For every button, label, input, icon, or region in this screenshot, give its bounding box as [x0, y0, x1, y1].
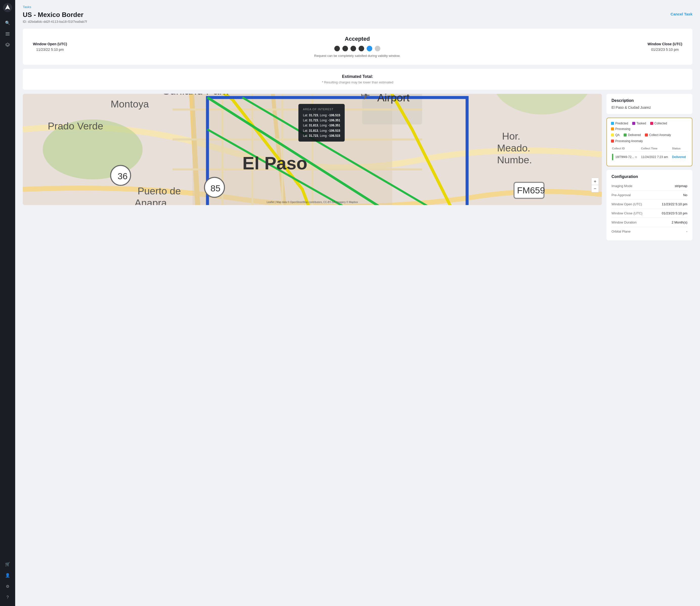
- config-card: Configuration Imaging Mode stripmap Pre-…: [606, 170, 693, 240]
- legend-label-collected: Collected: [654, 122, 667, 125]
- legend-qa: QA: [611, 133, 619, 137]
- status-card: Window Open (UTC) 11/23/22 5:10 pm Accep…: [23, 28, 693, 65]
- sidebar-bottom: 🛒 👤 ⚙ ?: [3, 558, 12, 603]
- config-key-window-duration: Window Duration: [611, 220, 636, 224]
- collect-bar: [612, 154, 613, 160]
- col-header-collect-id: Collect ID: [611, 145, 640, 152]
- sidebar-item-help[interactable]: ?: [3, 593, 12, 602]
- svg-rect-1: [5, 32, 9, 33]
- config-section-title: Configuration: [611, 174, 687, 179]
- config-key-pre-approval: Pre-Approval: [611, 193, 631, 197]
- legend-tasked: Tasked: [632, 122, 646, 125]
- task-id: ID: d2bda6dc-dd2f-4113-ba18-f31f7ea9ab7f: [23, 20, 87, 24]
- aoi-coord-5: Lat: 31.723, Long: -106.515: [303, 133, 340, 138]
- svg-text:85: 85: [210, 183, 221, 193]
- config-row-orbital-plane: Orbital Plane -: [611, 227, 687, 236]
- sidebar-item-search[interactable]: 🔍: [3, 18, 12, 27]
- legend-dot-collect-anomaly: [645, 134, 648, 137]
- window-open-value: 11/23/22 5:10 pm: [33, 48, 67, 52]
- status-link[interactable]: Delivered: [672, 155, 686, 159]
- window-open-block: Window Open (UTC) 11/23/22 5:10 pm: [33, 42, 67, 52]
- collect-id-text: 16f79f49-72...: [615, 155, 634, 159]
- config-key-imaging-mode: Imaging Mode: [611, 184, 632, 188]
- sidebar-item-tasks-list[interactable]: [3, 29, 12, 39]
- sidebar-item-settings[interactable]: ⚙: [3, 582, 12, 591]
- legend-row-3: Processing Anomaly: [611, 139, 688, 143]
- svg-rect-3: [5, 35, 9, 36]
- logo: [3, 3, 12, 12]
- title-block: US - Mexico Border ID: d2bda6dc-dd2f-411…: [23, 11, 87, 24]
- sidebar-item-layers[interactable]: [3, 41, 12, 50]
- config-key-window-open: Window Open (UTC): [611, 202, 642, 206]
- zoom-in-button[interactable]: +: [591, 178, 599, 185]
- map-container[interactable]: El Paso Ciudad Juarez Sunland Park Schum…: [23, 94, 602, 205]
- sidebar-item-user[interactable]: 👤: [3, 570, 12, 580]
- dot-6: [375, 46, 380, 51]
- legend-dot-processing-anomaly: [611, 140, 614, 143]
- config-val-orbital-plane: -: [686, 230, 687, 233]
- sidebar-item-cart[interactable]: 🛒: [3, 559, 12, 568]
- legend-label-collect-anomaly: Collect Anomaly: [649, 133, 671, 137]
- aoi-coord-3: Lat: 31.813, Long: -106.351: [303, 123, 340, 128]
- svg-text:El Paso: El Paso: [243, 153, 308, 173]
- copy-icon[interactable]: ⧉: [635, 156, 637, 159]
- collect-id-cell: 16f79f49-72... ⧉: [611, 152, 640, 163]
- estimate-card: Estimated Total: * Resulting charges may…: [23, 69, 693, 90]
- collect-table: Collect ID Collect Time Status 16f79f49-…: [611, 145, 688, 162]
- config-val-pre-approval: No: [683, 193, 687, 197]
- legend-dot-predicted: [611, 122, 614, 125]
- legend-dot-delivered: [624, 134, 627, 137]
- dot-2: [342, 46, 348, 51]
- estimate-title: Estimated Total:: [33, 74, 682, 79]
- page-header: US - Mexico Border ID: d2bda6dc-dd2f-411…: [23, 11, 693, 24]
- config-key-window-close: Window Close (UTC): [611, 211, 642, 215]
- svg-rect-2: [5, 33, 9, 34]
- window-close-value: 01/23/23 5:10 pm: [648, 48, 682, 52]
- svg-text:Sunland Park: Sunland Park: [163, 94, 229, 97]
- svg-text:✈: ✈: [360, 94, 370, 102]
- config-val-window-open: 11/23/22 5:10 pm: [662, 202, 687, 206]
- legend-label-predicted: Predicted: [615, 122, 628, 125]
- svg-text:Numbe.: Numbe.: [497, 154, 532, 165]
- svg-text:Airport: Airport: [377, 94, 410, 104]
- estimate-note: * Resulting charges may be lower than es…: [33, 80, 682, 84]
- description-text: El Paso & Ciudad Juarez: [611, 106, 687, 110]
- legend-label-tasked: Tasked: [636, 122, 646, 125]
- svg-text:36: 36: [118, 171, 128, 181]
- legend-row: Predicted Tasked Collected Processing: [611, 122, 688, 131]
- legend-dot-qa: [611, 134, 614, 137]
- map-attribution: Leaflet | Map data © OpenStreetMap contr…: [23, 201, 602, 204]
- legend-dot-processing: [611, 127, 614, 131]
- status-description: Request can be completely satisfied duri…: [67, 54, 648, 57]
- page-title: US - Mexico Border: [23, 11, 87, 19]
- status-title: Accepted: [67, 36, 648, 42]
- legend-label-processing: Processing: [615, 127, 630, 131]
- svg-marker-4: [5, 43, 9, 46]
- legend-dot-collected: [650, 122, 653, 125]
- breadcrumb[interactable]: Tasks: [23, 5, 693, 9]
- aoi-popup: AREA OF INTEREST Lat: 31.723, Long: -106…: [298, 104, 345, 142]
- col-header-collect-time: Collect Time: [640, 145, 671, 152]
- main-content: Tasks US - Mexico Border ID: d2bda6dc-dd…: [15, 0, 700, 606]
- config-row-imaging-mode: Imaging Mode stripmap: [611, 182, 687, 191]
- config-val-window-close: 01/23/23 5:10 pm: [662, 211, 687, 215]
- svg-text:Montoya: Montoya: [111, 98, 149, 110]
- aoi-coord-2: Lat: 31.723, Long: -106.351: [303, 118, 340, 123]
- config-row-window-close: Window Close (UTC) 01/23/23 5:10 pm: [611, 209, 687, 218]
- config-row-window-duration: Window Duration 2 Month(s): [611, 218, 687, 227]
- legend-processing: Processing: [611, 127, 630, 131]
- aoi-coord-4: Lat: 31.813, Long: -106.515: [303, 128, 340, 133]
- window-open-label: Window Open (UTC): [33, 42, 67, 46]
- zoom-out-button[interactable]: −: [591, 185, 599, 192]
- config-key-orbital-plane: Orbital Plane: [611, 230, 630, 233]
- dot-5: [367, 46, 372, 51]
- status-center: Accepted Request can be completely satis…: [67, 36, 648, 57]
- legend-collect-anomaly: Collect Anomaly: [645, 133, 671, 137]
- legend-label-processing-anomaly: Processing Anomaly: [615, 139, 643, 143]
- svg-text:Hor.: Hor.: [502, 131, 520, 142]
- cancel-task-button[interactable]: Cancel Task: [671, 11, 693, 17]
- svg-text:FM659: FM659: [517, 185, 545, 195]
- config-row-pre-approval: Pre-Approval No: [611, 191, 687, 200]
- collect-time-cell: 11/24/2022 7:23 am: [640, 152, 671, 163]
- sidebar: 🔍 🛒 👤 ⚙ ?: [0, 0, 15, 606]
